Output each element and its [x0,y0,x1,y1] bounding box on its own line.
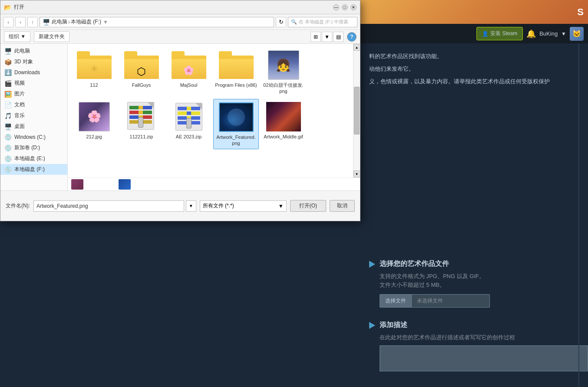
file-item-212-jpg[interactable]: 🌸 212.jpg [71,99,117,150]
section-arrow-2-icon [369,322,375,329]
scroll-thumb[interactable] [354,87,360,134]
partial-file-2[interactable] [119,178,164,190]
file-item-fallguys[interactable]: ⬡ FallGuys [119,47,164,97]
scroll-track[interactable] [353,51,360,171]
dialog-path-bar[interactable]: 🖥️ 此电脑 › 本地磁盘 (F:) ▼ [40,17,274,27]
partial-file-1[interactable] [71,178,117,190]
dialog-open-button[interactable]: 打开(O) [290,200,326,212]
file-name-program-files: Program Files (x86) [215,82,257,88]
sidebar-item-pictures[interactable]: 🖼️ 图片 [0,89,67,99]
sidebar-item-drive-f[interactable]: 💿 本地磁盘 (F:) [0,164,67,175]
section-arrow-icon [369,261,375,268]
file-name-fallguys: FallGuys [132,82,151,88]
install-steam-button[interactable]: 👤 安装 Steam [476,27,523,40]
dialog-toolbar: ‹ › ↑ 🖥️ 此电脑 › 本地磁盘 (F:) ▼ ↻ 🔍 在 本地磁盘 (F… [0,14,360,30]
drive-c-icon: 💿 [4,134,12,141]
sidebar-item-drive-e[interactable]: 💿 本地磁盘 (E:) [0,153,67,164]
content-text-1: 料的艺术作品区找到该功能。 [369,52,579,61]
file-name-artwork-featured: Artwork_Featured.png [215,134,257,147]
dialog-title: 打开 [14,3,330,11]
description-textarea[interactable] [380,345,588,371]
username-label[interactable]: BuKing [539,30,558,37]
organize-button[interactable]: 组织 ▼ [4,31,30,42]
dialog-forward-button[interactable]: › [15,17,26,27]
filetype-label-text: 所有文件 (*.*) [203,202,234,210]
filename-input[interactable] [33,200,184,212]
partial-file-row [68,177,360,190]
file-item-112211-zip[interactable]: 112211.zip [119,99,164,150]
dialog-minimize-button[interactable]: — [333,4,339,10]
dialog-cancel-button[interactable]: 取消 [330,200,355,212]
help-button[interactable]: ? [347,32,357,42]
filename-row: 文件名(N): ▼ 所有文件 (*.*) ▼ 打开(O) 取消 [6,200,355,212]
view-dropdown-button[interactable]: ▼ [322,32,332,42]
sidebar-item-windows-c[interactable]: 💿 Windows (C:) [0,132,67,142]
sidebar-item-drive-d[interactable]: 💿 新加卷 (D:) [0,142,67,153]
sidebar-item-documents[interactable]: 📄 文档 [0,99,67,110]
user-avatar[interactable]: 🐱 [570,27,584,41]
select-file-title: 选择您的艺术作品文件 [380,259,449,269]
path-part-1[interactable]: 此电脑 [52,18,67,26]
dialog-maximize-button[interactable]: □ [342,4,348,10]
view-buttons-group: ⊞ ▼ ▤ [311,32,344,42]
view-mode-button[interactable]: ⊞ [311,32,321,42]
path-dropdown-arrow[interactable]: ▼ [103,19,108,25]
sidebar-item-3d-objects[interactable]: 📦 3D 对象 [0,56,67,67]
file-format-desc: 支持的文件格式为 JPG、PNG 以及 GIF。 [380,272,579,281]
filetype-dropdown-arrow: ▼ [278,203,284,209]
drive-d-icon: 💿 [4,144,12,151]
music-icon: 🎵 [4,112,12,119]
content-text-3: 义，色情或裸露，以及暴力内容。请举报此类艺术作品或任何受版权保护 [369,77,579,86]
file-item-program-files[interactable]: Program Files (x86) [213,47,259,97]
file-name-212-jpg: 212.jpg [86,134,102,140]
filetype-select[interactable]: 所有文件 (*.*) ▼ [200,200,287,212]
file-area-container: ✳ 112 ⬡ [68,44,360,190]
sidebar-item-this-pc[interactable]: 🖥️ 此电脑 [0,46,67,56]
dialog-files-grid: ✳ 112 ⬡ [68,44,353,177]
dialog-actionbar: 组织 ▼ 新建文件夹 ⊞ ▼ ▤ ? [0,30,360,44]
file-item-anime-png[interactable]: 👧 02幼白甜千佳披发.png [261,47,306,97]
choose-file-button[interactable]: 选择文件 [380,294,412,308]
212-jpg-thumb: 🌸 [77,102,112,132]
file-size-desc: 文件大小不能超过 5 MB。 [380,281,579,289]
sidebar-item-music[interactable]: 🎵 音乐 [0,110,67,121]
pc-icon: 🖥️ [4,48,12,55]
folder-program-files-thumb [219,50,254,80]
sidebar-item-downloads[interactable]: ⬇️ Downloads [0,67,67,78]
dialog-refresh-button[interactable]: ↻ [276,17,286,27]
file-item-112[interactable]: ✳ 112 [71,47,117,97]
file-item-ae-zip[interactable]: AE 2023.zip [166,99,211,150]
path-separator-1: › [68,19,70,25]
scroll-up-button[interactable]: ▲ [353,44,360,51]
videos-icon: 🎬 [4,80,12,87]
username-dropdown-arrow[interactable]: ▼ [561,31,566,37]
scroll-down-button[interactable]: ▼ [353,171,360,177]
dialog-up-button[interactable]: ↑ [27,17,38,27]
steam-logo: S [577,7,584,18]
sidebar-item-videos[interactable]: 🎬 视频 [0,78,67,89]
folder-majsoul-thumb: 🌸 [172,50,206,80]
description-placeholder: 在此处对您的艺术作品进行描述或者写写它的创作过程 [369,333,579,342]
file-item-majsoul[interactable]: 🌸 MajSoul [166,47,211,97]
dialog-back-button[interactable]: ‹ [3,17,13,27]
artwork-featured-thumb [219,102,254,132]
select-artwork-section: 选择您的艺术作品文件 支持的文件格式为 JPG、PNG 以及 GIF。 文件大小… [369,259,579,308]
dialog-vertical-scrollbar[interactable]: ▲ ▼ [353,44,360,177]
pane-toggle-button[interactable]: ▤ [333,32,344,42]
new-folder-button[interactable]: 新建文件夹 [34,31,69,42]
file-scroll-area: ✳ 112 ⬡ [68,44,360,177]
path-part-2[interactable]: 本地磁盘 (F:) [71,18,101,26]
steam-content-area: 料的艺术作品区找到该功能。 动他们来发布它。 义，色情或裸露，以及暴力内容。请举… [360,43,588,387]
dialog-close-button[interactable]: ✕ [350,4,357,10]
add-description-title: 添加描述 [380,321,407,330]
search-icon: 🔍 [291,19,297,25]
file-item-artwork-featured[interactable]: Artwork_Featured.png [213,99,259,150]
dialog-search-bar[interactable]: 🔍 在 本地磁盘 (F:) 中搜索 [288,17,357,27]
filename-dropdown-button[interactable]: ▼ [186,200,196,212]
file-item-artwork-middle[interactable]: Artwork_Middle.gif [261,99,306,150]
pictures-icon: 🖼️ [4,91,12,98]
3d-icon: 📦 [4,59,12,66]
notification-bell[interactable]: 🔔 [526,29,536,39]
sidebar-item-desktop[interactable]: 🖥️ 桌面 [0,121,67,132]
content-text-block: 料的艺术作品区找到该功能。 动他们来发布它。 义，色情或裸露，以及暴力内容。请举… [369,52,579,86]
